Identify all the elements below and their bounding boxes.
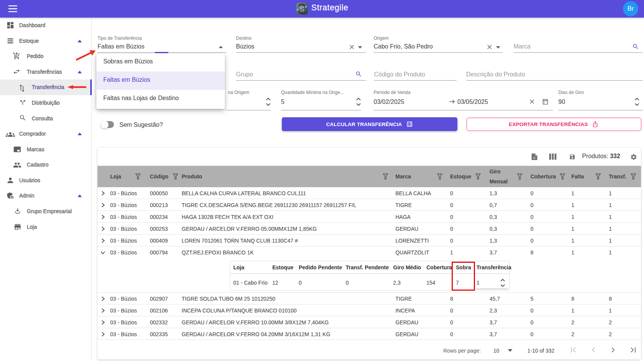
svg-text:S: S [299, 5, 304, 13]
svg-text:x: x [533, 155, 535, 160]
